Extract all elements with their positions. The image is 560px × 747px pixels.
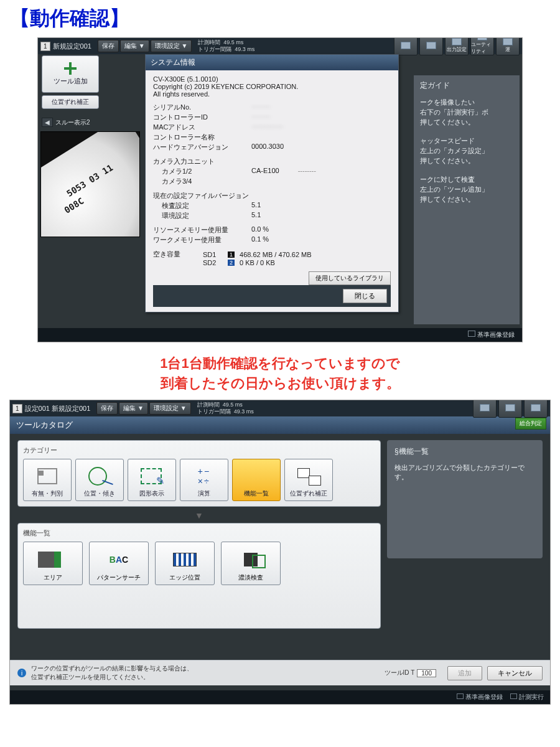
run-button[interactable]: 運 xyxy=(496,37,520,55)
category-tile-alignment[interactable]: 位置ずれ補正 xyxy=(284,459,333,501)
controller-name-label: コントローラー名称 xyxy=(153,133,251,142)
toolbar-icons: 出力設定 ユーティリティ 運 xyxy=(394,37,520,55)
function-tile-shade[interactable]: 濃淡検査 xyxy=(221,542,281,585)
inspection-setting-value: 5.1 xyxy=(251,201,261,210)
add-button[interactable]: 追加 xyxy=(447,666,482,680)
graphic-icon xyxy=(138,466,166,487)
category-tile-calc[interactable]: +−×÷演算 xyxy=(180,459,228,501)
mac-label: MACアドレス xyxy=(153,123,251,132)
app-bar: 1 設定001 新規設定001 保存 編集 ▼ 環境設定 ▼ 計測時間 49.5… xyxy=(10,400,550,416)
utility-button[interactable]: ユーティリティ xyxy=(470,37,494,55)
expand-arrow-icon: ▼ xyxy=(17,510,381,520)
work-mem-label: ワークメモリー使用量 xyxy=(153,235,251,245)
controller-id-label: コントローラーID xyxy=(153,113,251,122)
marketing-caption: 1台1台動作確認を行なっていますので 到着したその日からお使い頂けます。 xyxy=(0,354,560,393)
category-tile-position[interactable]: 位置・傾き xyxy=(75,459,124,501)
close-button[interactable]: 閉じる xyxy=(343,289,387,303)
add-tool-button[interactable]: ツール追加 xyxy=(42,55,99,93)
play-icon xyxy=(510,693,517,699)
toolbar-button[interactable] xyxy=(473,400,497,418)
sd2-label: SD2 xyxy=(203,259,223,266)
work-mem-value: 0.1 % xyxy=(251,235,269,245)
save-menu[interactable]: 保存 xyxy=(98,40,119,52)
save-menu[interactable]: 保存 xyxy=(96,402,118,415)
run-measurement[interactable]: 計測実行 xyxy=(510,693,544,702)
edit-menu[interactable]: 編集 ▼ xyxy=(119,402,148,415)
category-panel: カテゴリー 有無・判別 位置・傾き 図形表示 +−×÷演算 機能一覧 位置ずれ補… xyxy=(17,440,381,507)
copyright-line: Copyright (c) 2019 KEYENCE CORPORATION. xyxy=(153,83,391,90)
screenshot-system-info: 1 新規設定001 保存 編集 ▼ 環境設定 ▼ 計測時間 49.5 ms トリ… xyxy=(37,37,523,342)
functions-icon xyxy=(243,466,270,487)
page-heading: 【動作確認】 xyxy=(0,0,560,35)
program-title: 設定001 新規設定001 xyxy=(25,404,91,413)
tool-icon xyxy=(480,404,490,411)
plus-icon xyxy=(64,62,77,75)
function-tile-pattern[interactable]: BACパターンサーチ xyxy=(89,542,149,585)
inspection-setting-label: 検査設定 xyxy=(153,201,251,210)
sd2-badge: 2 xyxy=(228,260,235,266)
category-tile-functions[interactable]: 機能一覧 xyxy=(232,459,281,501)
toolbar-button-generic-2[interactable] xyxy=(419,37,443,55)
serial-label: シリアルNo. xyxy=(153,103,251,112)
alignment-correction-button[interactable]: 位置ずれ補正 xyxy=(42,95,99,109)
cancel-button[interactable]: キャンセル xyxy=(487,666,543,680)
image-icon xyxy=(468,331,475,337)
calc-icon: +−×÷ xyxy=(190,466,218,487)
left-tool-panel: ツール追加 位置ずれ補正 xyxy=(42,55,99,109)
image-icon xyxy=(457,693,464,699)
model-line: CV-X300E (5.1.0010) xyxy=(153,75,391,83)
hw-version-label: ハードウェアバージョン xyxy=(153,143,251,152)
wrench-icon xyxy=(477,37,487,40)
category-tile-graphic[interactable]: 図形表示 xyxy=(128,459,176,501)
description-panel: §機能一覧 検出アルゴリズムで分類したカテゴリーです。 xyxy=(387,440,543,558)
area-icon xyxy=(34,548,72,571)
tool-icon xyxy=(531,404,541,411)
status-bar: 基準画像登録 計測実行 xyxy=(10,690,550,704)
timing-stats: 計測時間 49.5 ms トリガー間隔 49.3 ms xyxy=(198,39,254,53)
tool-icon xyxy=(401,42,411,49)
function-tile-area[interactable]: エリア xyxy=(23,542,83,585)
env-menu[interactable]: 環境設定 ▼ xyxy=(151,40,192,52)
catalog-footer: i ワークの位置ずれがツールの結果に影響を与える場合は、 位置ずれ補正ツールを使… xyxy=(10,660,550,685)
toolbar-button[interactable] xyxy=(524,400,548,418)
program-index-badge: 1 xyxy=(40,42,50,51)
resource-mem-label: リソースメモリー使用量 xyxy=(153,225,251,235)
env-menu[interactable]: 環境設定 ▼ xyxy=(149,402,191,415)
tool-icon xyxy=(426,42,436,49)
prev-arrow[interactable]: ◀ xyxy=(42,118,53,127)
system-info-dialog: システム情報 CV-X300E (5.1.0010) Copyright (c)… xyxy=(145,54,399,312)
program-title: 新規設定001 xyxy=(53,42,91,51)
shade-icon xyxy=(232,548,269,571)
function-list-panel: 機能一覧 エリア BACパターンサーチ エッジ位置 濃淡検査 xyxy=(17,523,381,629)
sd1-value: 468.62 MB / 470.62 MB xyxy=(240,251,312,258)
guide-title: 定ガイド xyxy=(420,80,513,91)
gear-icon xyxy=(452,38,462,45)
status-bar: 基準画像登録 xyxy=(38,328,522,342)
mac-value: ··:··:··:··:··:·· xyxy=(251,123,284,132)
category-tile-presence[interactable]: 有無・判別 xyxy=(23,459,72,501)
env-setting-value: 5.1 xyxy=(251,211,261,220)
footer-info-text: ワークの位置ずれがツールの結果に影響を与える場合は、 位置ずれ補正ツールを使用し… xyxy=(31,664,193,682)
overall-judgement-badge: 総合判定 xyxy=(515,418,546,430)
toolbar-button-generic-1[interactable] xyxy=(394,37,418,55)
sd2-value: 0 KB / 0 KB xyxy=(240,259,275,266)
file-version-heading: 現在の設定ファイルバージョン xyxy=(153,191,391,200)
tool-id-value: 100 xyxy=(417,669,436,677)
edit-menu[interactable]: 編集 ▼ xyxy=(120,40,149,52)
screenshot-tool-catalog: 1 設定001 新規設定001 保存 編集 ▼ 環境設定 ▼ 計測時間 49.5… xyxy=(9,400,551,705)
output-settings-button[interactable]: 出力設定 xyxy=(445,37,469,55)
presence-icon xyxy=(34,466,61,487)
camera-preview: 5053 03 11 008C xyxy=(40,131,140,237)
free-space-label: 空き容量 xyxy=(153,250,198,259)
sd1-badge: 1 xyxy=(228,251,235,258)
base-image-register[interactable]: 基準画像登録 xyxy=(468,331,515,339)
used-libraries-button[interactable]: 使用しているライブラリ xyxy=(309,271,391,285)
toolbar-icons xyxy=(473,400,548,418)
toolbar-button[interactable] xyxy=(498,400,522,418)
rights-line: All rights reserved. xyxy=(153,90,391,98)
function-tile-edge[interactable]: エッジ位置 xyxy=(155,542,215,585)
base-image-register[interactable]: 基準画像登録 xyxy=(457,693,503,702)
tool-catalog-title: ツールカタログ xyxy=(10,416,550,434)
camera-12-extra: -------- xyxy=(298,167,316,176)
guide-panel: 定ガイド ークを撮像したい右下の「計測実行」ボ押してください。 ャッタースピード… xyxy=(414,75,520,324)
